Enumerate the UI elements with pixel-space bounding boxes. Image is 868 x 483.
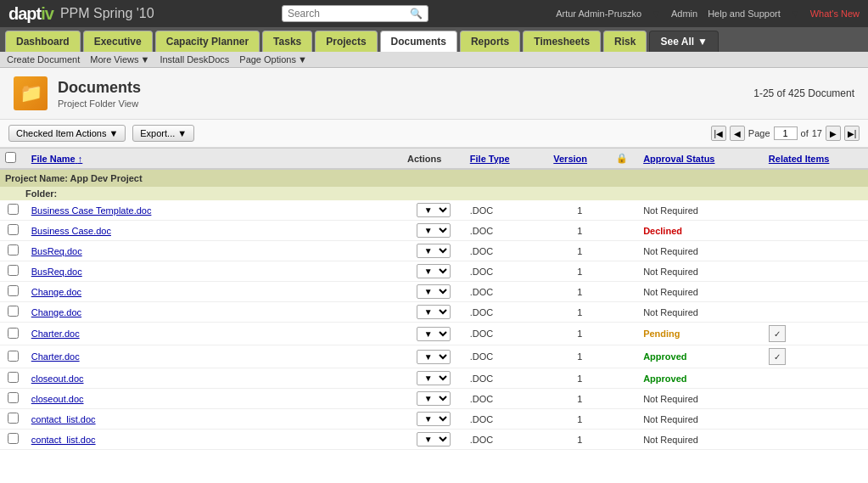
row-checkbox-cell — [0, 241, 26, 261]
header-related-items[interactable]: Related Items — [764, 149, 868, 170]
file-link[interactable]: contact_list.doc — [31, 414, 96, 424]
file-link[interactable]: contact_list.doc — [31, 435, 96, 445]
action-dropdown[interactable]: ▼ — [417, 203, 451, 217]
row-version-cell: 1 — [548, 368, 611, 389]
action-dropdown[interactable]: ▼ — [417, 264, 451, 278]
tab-executive[interactable]: Executive — [83, 31, 153, 52]
tab-capacity-planner[interactable]: Capacity Planner — [155, 31, 260, 52]
header-filetype[interactable]: File Type — [465, 149, 548, 170]
approval-status-label: Approved — [643, 351, 686, 362]
action-dropdown[interactable]: ▼ — [417, 371, 451, 385]
row-checkbox[interactable] — [8, 244, 19, 256]
related-item-icon[interactable]: ✓ — [769, 325, 786, 342]
row-filename-cell: Business Case.doc — [26, 221, 402, 241]
tab-projects[interactable]: Projects — [315, 31, 377, 52]
action-dropdown[interactable]: ▼ — [417, 412, 451, 426]
action-dropdown[interactable]: ▼ — [417, 350, 451, 364]
row-checkbox[interactable] — [8, 328, 19, 339]
row-actions-cell: ▼ — [402, 409, 465, 430]
header-version[interactable]: Version — [548, 149, 611, 170]
row-approval-cell: Not Required — [638, 430, 764, 450]
row-approval-cell: Not Required — [638, 200, 764, 221]
page-input[interactable] — [774, 126, 798, 140]
help-link[interactable]: Help and Support — [708, 8, 781, 19]
tab-dashboard[interactable]: Dashboard — [5, 31, 81, 52]
file-link[interactable]: BusReq.doc — [31, 246, 82, 256]
export-button[interactable]: Export... ▼ — [132, 125, 194, 142]
tab-documents[interactable]: Documents — [380, 31, 457, 52]
approval-status-label: Not Required — [643, 267, 698, 277]
row-filetype-cell: .DOC — [465, 241, 548, 261]
file-link[interactable]: Change.doc — [31, 307, 81, 317]
file-link[interactable]: Business Case Template.doc — [31, 205, 152, 216]
header-approval-status[interactable]: Approval Status — [638, 149, 764, 170]
row-checkbox[interactable] — [8, 306, 19, 317]
tab-timesheets[interactable]: Timesheets — [523, 31, 601, 52]
subnav-more-views[interactable]: More Views ▼ — [90, 54, 149, 65]
row-filetype-cell: .DOC — [465, 430, 548, 450]
subnav-create-document[interactable]: Create Document — [7, 54, 80, 65]
file-link[interactable]: Change.doc — [31, 287, 81, 297]
row-checkbox[interactable] — [8, 392, 19, 403]
action-dropdown[interactable]: ▼ — [417, 391, 451, 406]
action-dropdown[interactable]: ▼ — [417, 432, 451, 446]
pagination-area: |◀ ◀ Page of 17 ▶ ▶| — [711, 126, 860, 141]
file-link[interactable]: BusReq.doc — [31, 267, 82, 277]
search-input[interactable] — [288, 8, 406, 20]
row-version-cell: 1 — [548, 261, 611, 282]
header-filename[interactable]: File Name ↑ — [26, 149, 402, 170]
approval-status-label: Not Required — [643, 435, 698, 445]
row-checkbox[interactable] — [8, 351, 19, 362]
last-page-button[interactable]: ▶| — [844, 126, 860, 141]
subnav-install-deskdocs[interactable]: Install DeskDocs — [160, 54, 229, 65]
file-link[interactable]: Charter.doc — [31, 351, 80, 362]
row-filetype-cell: .DOC — [465, 409, 548, 430]
action-dropdown[interactable]: ▼ — [417, 305, 451, 319]
prev-page-button[interactable]: ◀ — [730, 126, 745, 141]
row-checkbox[interactable] — [8, 285, 19, 296]
row-checkbox[interactable] — [8, 413, 19, 424]
row-related-cell — [764, 241, 868, 261]
action-dropdown[interactable]: ▼ — [417, 327, 451, 341]
file-link[interactable]: closeout.doc — [31, 373, 84, 384]
user-link[interactable]: Artur Admin-Pruszko — [556, 8, 641, 19]
row-filename-cell: BusReq.doc — [26, 261, 402, 282]
row-version-cell: 1 — [548, 282, 611, 302]
page-options-icon: ▼ — [298, 54, 307, 65]
export-label: Export... — [140, 128, 175, 138]
row-checkbox[interactable] — [8, 372, 19, 383]
file-link[interactable]: closeout.doc — [31, 394, 84, 404]
related-item-icon[interactable]: ✓ — [769, 348, 786, 365]
tab-risk[interactable]: Risk — [603, 31, 647, 52]
row-checkbox-cell — [0, 409, 26, 430]
user-dropdown-icon[interactable]: ▼ — [652, 8, 661, 19]
action-dropdown[interactable]: ▼ — [417, 284, 451, 299]
select-all-checkbox[interactable] — [5, 152, 16, 163]
tab-reports[interactable]: Reports — [460, 31, 520, 52]
row-checkbox[interactable] — [8, 433, 19, 444]
header-lock: 🔒 — [611, 149, 638, 170]
file-link[interactable]: Charter.doc — [31, 329, 80, 339]
top-bar: daptiv PPM Spring '10 🔍 Artur Admin-Prus… — [0, 0, 868, 27]
row-checkbox[interactable] — [8, 265, 19, 276]
subnav-page-options[interactable]: Page Options ▼ — [239, 54, 307, 65]
page-title-area: Documents Project Folder View — [58, 79, 141, 109]
tab-tasks[interactable]: Tasks — [262, 31, 312, 52]
first-page-button[interactable]: |◀ — [711, 126, 726, 141]
tab-see-all[interactable]: See All ▼ — [649, 31, 718, 52]
file-link[interactable]: Business Case.doc — [31, 226, 111, 236]
documents-table: File Name ↑ Actions File Type Version 🔒 … — [0, 148, 868, 450]
help-dropdown-icon[interactable]: ▼ — [791, 8, 800, 19]
search-box[interactable]: 🔍 — [282, 5, 428, 22]
admin-link[interactable]: Admin — [671, 8, 697, 19]
checked-item-actions-button[interactable]: Checked Item Actions ▼ — [8, 125, 126, 142]
next-page-button[interactable]: ▶ — [826, 126, 841, 141]
row-checkbox[interactable] — [8, 204, 19, 215]
action-dropdown[interactable]: ▼ — [417, 223, 451, 238]
row-filename-cell: Change.doc — [26, 282, 402, 302]
action-dropdown[interactable]: ▼ — [417, 244, 451, 258]
row-filename-cell: closeout.doc — [26, 368, 402, 389]
page-of-label: of — [801, 128, 809, 138]
row-checkbox[interactable] — [8, 224, 19, 235]
whats-new-link[interactable]: What's New — [810, 8, 860, 19]
